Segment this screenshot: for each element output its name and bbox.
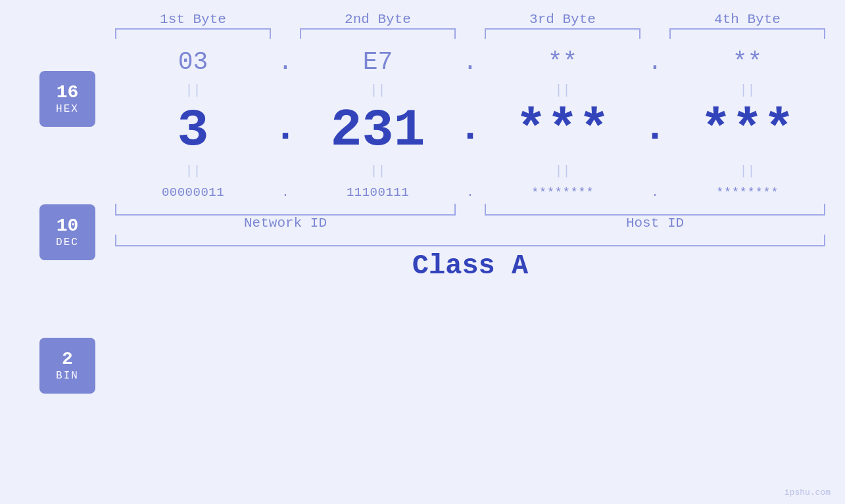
dec-badge-label: DEC — [56, 237, 79, 248]
bin-badge-number: 2 — [62, 350, 73, 370]
right-content-column: 1st Byte 2nd Byte 3rd Byte 4th Byte — [115, 12, 825, 497]
bin-byte4: ******** — [669, 185, 825, 200]
equals-row-2: || || || || — [115, 164, 825, 179]
eq2-byte4: || — [669, 164, 825, 179]
byte4-header: 4th Byte — [669, 12, 825, 27]
dec-byte3: *** — [485, 104, 640, 157]
dec-byte1: 3 — [115, 104, 271, 157]
bin-badge: 2 BIN — [39, 338, 95, 394]
individual-top-brackets — [115, 28, 825, 39]
bin-dot1: . — [271, 185, 300, 200]
dec-byte2: 231 — [300, 104, 456, 157]
eq2-byte3: || — [485, 164, 640, 179]
byte2-header: 2nd Byte — [300, 12, 456, 27]
hex-badge-number: 16 — [57, 83, 79, 103]
page: 16 HEX 10 DEC 2 BIN 1st Byte 2nd Byte 3r… — [0, 0, 845, 504]
bracket-network-bottom — [115, 204, 456, 216]
dec-byte4: *** — [669, 104, 825, 157]
hex-dot1: . — [271, 48, 300, 76]
hex-values-row: 03 . E7 . ** . ** — [115, 48, 825, 76]
eq2-byte2: || — [300, 164, 456, 179]
bracket-class-bottom — [115, 235, 825, 246]
bin-byte2: 11100111 — [300, 185, 456, 200]
watermark: ipshu.com — [785, 488, 831, 497]
hex-dot2: . — [456, 48, 485, 76]
dec-values-row: 3 . 231 . *** . *** — [115, 104, 825, 157]
dec-badge: 10 DEC — [39, 204, 95, 260]
hex-byte3: ** — [485, 48, 640, 76]
main-layout: 16 HEX 10 DEC 2 BIN 1st Byte 2nd Byte 3r… — [0, 0, 845, 504]
eq1-byte1: || — [115, 83, 271, 98]
bin-dot3: . — [640, 185, 669, 200]
left-badges-column: 16 HEX 10 DEC 2 BIN — [20, 12, 115, 497]
byte1-header: 1st Byte — [115, 12, 271, 27]
bin-dot2: . — [456, 185, 485, 200]
dec-dot1: . — [271, 106, 300, 156]
host-id-label: Host ID — [485, 216, 825, 231]
bracket-byte3-top — [485, 28, 640, 39]
hex-badge: 16 HEX — [39, 71, 95, 127]
eq1-byte3: || — [485, 83, 640, 98]
eq2-byte1: || — [115, 164, 271, 179]
bin-badge-label: BIN — [56, 370, 79, 382]
hex-byte2: E7 — [300, 48, 456, 76]
bin-values-row: 00000011 . 11100111 . ******** . *******… — [115, 185, 825, 200]
eq1-byte4: || — [669, 83, 825, 98]
class-label: Class A — [115, 250, 825, 282]
bracket-byte2-top — [300, 28, 456, 39]
dec-dot3: . — [640, 106, 669, 156]
bracket-byte1-top — [115, 28, 271, 39]
bin-byte3: ******** — [485, 185, 640, 200]
byte-header-row: 1st Byte 2nd Byte 3rd Byte 4th Byte — [115, 12, 825, 27]
equals-row-1: || || || || — [115, 83, 825, 98]
dec-badge-number: 10 — [57, 216, 79, 237]
bracket-host-bottom — [485, 204, 825, 216]
byte3-header: 3rd Byte — [485, 12, 640, 27]
dec-dot2: . — [456, 106, 485, 156]
hex-byte1: 03 — [115, 48, 271, 76]
hex-badge-label: HEX — [56, 103, 79, 115]
bottom-brackets — [115, 204, 825, 216]
hex-byte4: ** — [669, 48, 825, 76]
bracket-byte4-top — [669, 28, 825, 39]
bin-byte1: 00000011 — [115, 185, 271, 200]
hex-dot3: . — [640, 48, 669, 76]
eq1-byte2: || — [300, 83, 456, 98]
id-labels-row: Network ID Host ID — [115, 216, 825, 231]
network-id-label: Network ID — [115, 216, 456, 231]
